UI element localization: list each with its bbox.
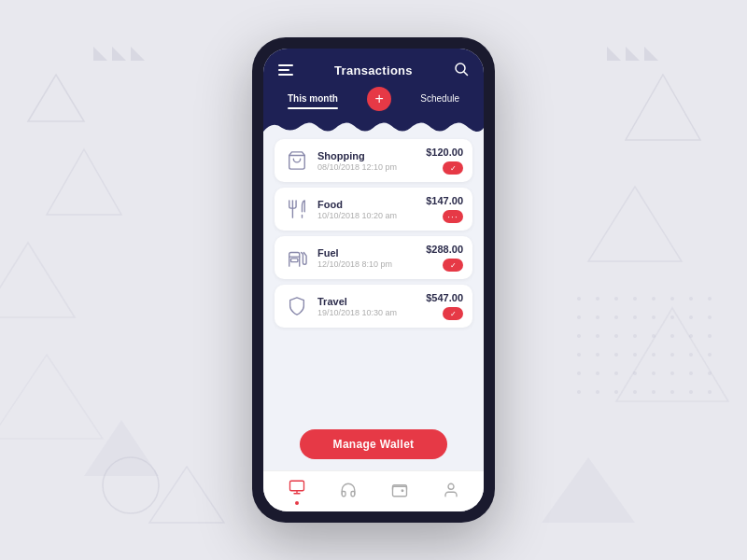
svg-point-44 [689, 353, 693, 357]
svg-point-36 [689, 334, 693, 338]
svg-point-53 [708, 371, 712, 375]
page-title: Transactions [334, 63, 413, 77]
nav-item-transactions[interactable] [289, 479, 305, 505]
svg-marker-1 [47, 149, 121, 215]
profile-nav-icon [443, 482, 459, 502]
manage-wallet-section: Manage Wallet [263, 420, 484, 470]
transaction-info: Travel 19/10/2018 10:30 am [317, 296, 418, 317]
svg-marker-12 [626, 47, 640, 61]
svg-marker-5 [93, 47, 107, 61]
svg-point-17 [633, 297, 637, 301]
svg-point-74 [448, 483, 454, 489]
manage-wallet-button[interactable]: Manage Wallet [300, 429, 448, 459]
transaction-right: $547.00 ✓ [426, 292, 463, 320]
transactions-nav-icon [289, 479, 305, 499]
svg-point-15 [596, 297, 599, 301]
svg-point-60 [689, 390, 693, 394]
transaction-amount: $288.00 [426, 244, 463, 255]
svg-rect-71 [291, 259, 298, 262]
transaction-amount: $120.00 [426, 147, 463, 158]
nav-active-dot [295, 501, 299, 505]
tab-this-month[interactable]: This month [288, 93, 338, 109]
transaction-amount: $147.00 [426, 195, 463, 206]
svg-point-23 [596, 315, 599, 319]
svg-point-25 [633, 315, 637, 319]
transaction-item[interactable]: Travel 19/10/2018 10:30 am $547.00 ✓ [275, 285, 472, 328]
transaction-info: Fuel 12/10/2018 8:10 pm [317, 247, 418, 269]
svg-point-26 [652, 315, 655, 319]
transaction-name: Fuel [317, 247, 418, 259]
add-transaction-button[interactable]: + [367, 87, 391, 111]
svg-point-58 [652, 390, 655, 394]
svg-point-56 [614, 390, 618, 394]
svg-point-59 [670, 390, 674, 394]
transaction-info: Shopping 08/10/2018 12:10 pm [317, 150, 418, 172]
shopping-icon [284, 147, 310, 174]
svg-marker-6 [112, 47, 126, 61]
svg-marker-11 [607, 47, 621, 61]
svg-point-27 [670, 315, 674, 319]
svg-point-22 [577, 315, 581, 319]
transaction-info: Food 10/10/2018 10:20 am [317, 199, 418, 220]
svg-rect-67 [278, 74, 293, 76]
svg-point-40 [614, 353, 618, 357]
transaction-date: 10/10/2018 10:20 am [317, 211, 418, 220]
svg-point-47 [596, 371, 599, 375]
svg-point-28 [689, 315, 693, 319]
svg-marker-8 [626, 75, 700, 140]
transaction-right: $288.00 ✓ [426, 244, 463, 272]
svg-marker-7 [131, 47, 145, 61]
svg-point-14 [577, 297, 581, 301]
phone-frame: Transactions This month + Schedule [252, 37, 495, 523]
svg-point-42 [652, 353, 655, 357]
transaction-right: $120.00 ✓ [426, 147, 463, 175]
transactions-list: Shopping 08/10/2018 12:10 pm $120.00 ✓ [263, 132, 484, 420]
transaction-date: 19/10/2018 10:30 am [317, 308, 418, 317]
nav-item-support[interactable] [340, 482, 357, 502]
svg-point-43 [670, 353, 674, 357]
svg-marker-64 [542, 457, 635, 523]
nav-item-profile[interactable] [443, 482, 459, 502]
svg-point-48 [614, 371, 618, 375]
transaction-name: Travel [317, 296, 418, 307]
svg-point-29 [708, 315, 712, 319]
svg-point-49 [633, 371, 637, 375]
svg-point-55 [596, 390, 599, 394]
svg-marker-63 [149, 467, 224, 523]
transaction-name: Food [317, 199, 418, 210]
transaction-status: ✓ [443, 259, 463, 272]
svg-marker-0 [28, 75, 84, 121]
transaction-item[interactable]: Food 10/10/2018 10:20 am $147.00 ··· [275, 188, 472, 231]
svg-point-34 [652, 334, 655, 338]
svg-marker-2 [0, 243, 75, 317]
transaction-status: ✓ [443, 161, 463, 175]
fuel-icon [284, 245, 310, 271]
support-nav-icon [340, 482, 357, 502]
transaction-status: ✓ [443, 307, 463, 320]
menu-icon[interactable] [278, 63, 293, 78]
tab-schedule[interactable]: Schedule [420, 93, 459, 109]
bottom-nav [263, 470, 484, 511]
transaction-item[interactable]: Shopping 08/10/2018 12:10 pm $120.00 ✓ [275, 139, 472, 182]
svg-point-30 [577, 334, 581, 338]
transaction-right: $147.00 ··· [426, 195, 463, 223]
svg-marker-10 [616, 308, 728, 401]
transaction-status: ··· [443, 210, 463, 223]
svg-point-62 [103, 457, 159, 513]
svg-point-18 [652, 297, 655, 301]
svg-point-41 [633, 353, 637, 357]
nav-item-wallet[interactable] [391, 482, 408, 502]
svg-point-24 [614, 315, 618, 319]
svg-marker-13 [644, 47, 658, 61]
header: Transactions This month + Schedule [263, 49, 484, 115]
transaction-date: 12/10/2018 8:10 pm [317, 259, 418, 269]
search-icon[interactable] [454, 62, 469, 79]
svg-point-38 [577, 353, 581, 357]
svg-point-16 [614, 297, 618, 301]
transaction-item[interactable]: Fuel 12/10/2018 8:10 pm $288.00 ✓ [275, 236, 472, 279]
svg-line-69 [464, 72, 468, 76]
svg-point-57 [633, 390, 637, 394]
svg-rect-72 [289, 481, 303, 491]
svg-point-19 [670, 297, 674, 301]
svg-point-50 [652, 371, 655, 375]
